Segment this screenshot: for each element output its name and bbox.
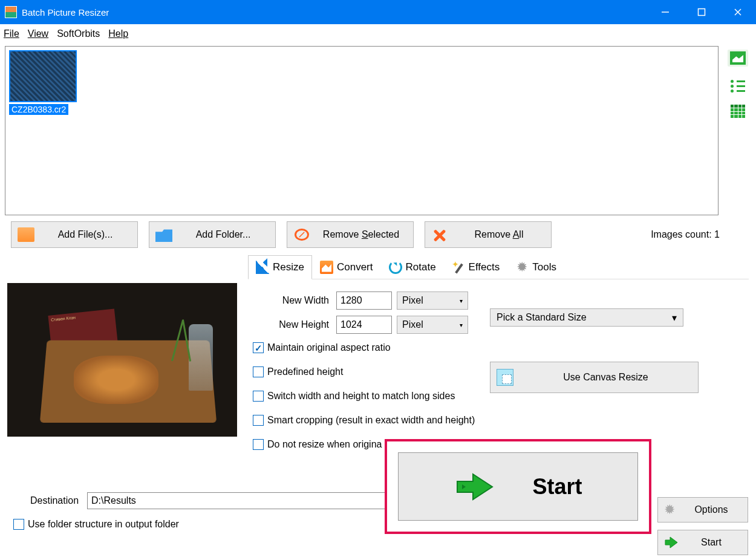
destination-input[interactable] <box>87 492 426 509</box>
action-bar: Add File(s)... Add Folder... Remove Sele… <box>0 218 756 252</box>
convert-icon <box>320 261 333 274</box>
new-height-input[interactable] <box>336 316 392 334</box>
close-button[interactable] <box>720 0 756 24</box>
thumbnails-icon <box>730 51 746 65</box>
tab-effects[interactable]: Effects <box>444 255 508 279</box>
tab-convert-label: Convert <box>337 261 373 273</box>
start-highlight-overlay: Start <box>385 439 651 534</box>
thumbnail-image <box>9 50 77 102</box>
options-button[interactable]: Options <box>657 497 748 523</box>
add-folder-label: Add Folder... <box>177 229 269 240</box>
tab-rotate[interactable]: Rotate <box>381 255 444 279</box>
height-unit-select[interactable]: Pixel▾ <box>397 316 468 334</box>
svg-rect-1 <box>699 9 705 16</box>
titlebar: Batch Picture Resizer <box>0 0 756 24</box>
new-width-label: New Width <box>253 295 329 306</box>
big-start-button[interactable]: Start <box>398 452 638 521</box>
height-unit-value: Pixel <box>402 319 423 330</box>
details-icon <box>731 105 745 118</box>
remove-selected-label: Remove Selected <box>315 229 407 240</box>
tab-resize[interactable]: Resize <box>248 255 312 279</box>
chevron-down-icon: ▾ <box>672 312 677 324</box>
effects-icon <box>452 261 465 274</box>
standard-size-value: Pick a Standard Size <box>497 312 587 323</box>
predefined-height-checkbox[interactable] <box>253 366 264 377</box>
switch-wh-checkbox[interactable] <box>253 391 264 402</box>
switch-wh-label: Switch width and height to match long si… <box>267 391 455 402</box>
start-button[interactable]: Start <box>657 530 748 555</box>
menu-view[interactable]: View <box>28 28 48 39</box>
remove-all-button[interactable]: Remove All <box>425 221 552 248</box>
folder-structure-label: Use folder structure in output folder <box>28 519 179 530</box>
rotate-icon <box>389 261 402 274</box>
images-count: Images count: 1 <box>651 229 750 240</box>
tab-effects-label: Effects <box>469 261 500 273</box>
add-files-label: Add File(s)... <box>39 229 131 240</box>
smart-crop-checkbox[interactable] <box>253 415 264 426</box>
canvas-resize-button[interactable]: Use Canvas Resize <box>490 362 699 393</box>
canvas-icon <box>497 369 513 386</box>
canvas-resize-label: Use Canvas Resize <box>520 372 692 383</box>
big-start-label: Start <box>532 474 582 500</box>
chevron-down-icon: ▾ <box>460 322 463 328</box>
chevron-down-icon: ▾ <box>460 298 463 304</box>
standard-size-select[interactable]: Pick a Standard Size ▾ <box>490 308 683 327</box>
view-details-button[interactable] <box>728 103 748 120</box>
minimize-button[interactable] <box>647 0 683 24</box>
start-arrow-icon <box>664 536 679 549</box>
maintain-ratio-label: Maintain original aspect ratio <box>267 342 391 353</box>
folder-structure-checkbox[interactable] <box>13 519 24 530</box>
tab-rotate-label: Rotate <box>406 261 436 273</box>
menu-file[interactable]: File <box>4 28 19 39</box>
app-icon <box>5 6 17 18</box>
menubar: File View SoftOrbits Help <box>0 24 756 44</box>
view-list-button[interactable] <box>728 76 748 93</box>
start-arrow-icon <box>454 472 496 502</box>
preview-image: Стивен Коэн <box>7 283 237 437</box>
list-icon <box>731 78 745 91</box>
gear-icon <box>664 503 679 516</box>
folder-icon <box>155 227 172 242</box>
predefined-height-label: Predefined height <box>267 366 343 377</box>
maintain-ratio-checkbox[interactable] <box>253 342 264 353</box>
tab-tools[interactable]: Tools <box>507 255 564 279</box>
resize-icon <box>256 261 269 274</box>
remove-icon <box>293 227 310 242</box>
width-unit-value: Pixel <box>402 295 423 306</box>
add-files-button[interactable]: Add File(s)... <box>11 221 138 248</box>
remove-all-icon <box>431 227 448 242</box>
menu-help[interactable]: Help <box>108 28 128 39</box>
new-height-label: New Height <box>253 319 329 330</box>
image-file-icon <box>18 227 34 242</box>
new-width-input[interactable] <box>336 291 392 310</box>
window-title: Batch Picture Resizer <box>22 7 109 18</box>
tab-convert[interactable]: Convert <box>312 255 381 279</box>
menu-softorbits[interactable]: SoftOrbits <box>57 28 100 39</box>
width-unit-select[interactable]: Pixel▾ <box>397 291 468 310</box>
destination-label: Destination <box>30 495 79 506</box>
smart-crop-label: Smart cropping (result in exact width an… <box>267 415 475 426</box>
thumbnail-item[interactable]: CZ2B0383.cr2 <box>9 50 82 115</box>
remove-all-label: Remove All <box>453 229 545 240</box>
tabs-bar: Resize Convert Rotate Effects Tools <box>248 255 749 279</box>
tab-resize-label: Resize <box>273 261 304 273</box>
view-mode-buttons <box>725 46 751 120</box>
remove-selected-button[interactable]: Remove Selected <box>287 221 414 248</box>
add-folder-button[interactable]: Add Folder... <box>149 221 276 248</box>
options-label: Options <box>681 504 741 515</box>
no-resize-checkbox[interactable] <box>253 439 264 450</box>
bottom-right-buttons: Options Start <box>657 497 748 555</box>
no-resize-label: Do not resize when origina <box>267 439 382 450</box>
view-thumbnails-button[interactable] <box>728 50 748 67</box>
tab-tools-label: Tools <box>532 261 556 273</box>
start-label: Start <box>681 537 741 548</box>
thumbnail-filename: CZ2B0383.cr2 <box>9 104 68 115</box>
tools-icon <box>515 261 529 274</box>
preview-pane: Стивен Коэн <box>7 255 243 461</box>
thumbnails-area[interactable]: CZ2B0383.cr2 <box>5 46 719 215</box>
maximize-button[interactable] <box>683 0 720 24</box>
